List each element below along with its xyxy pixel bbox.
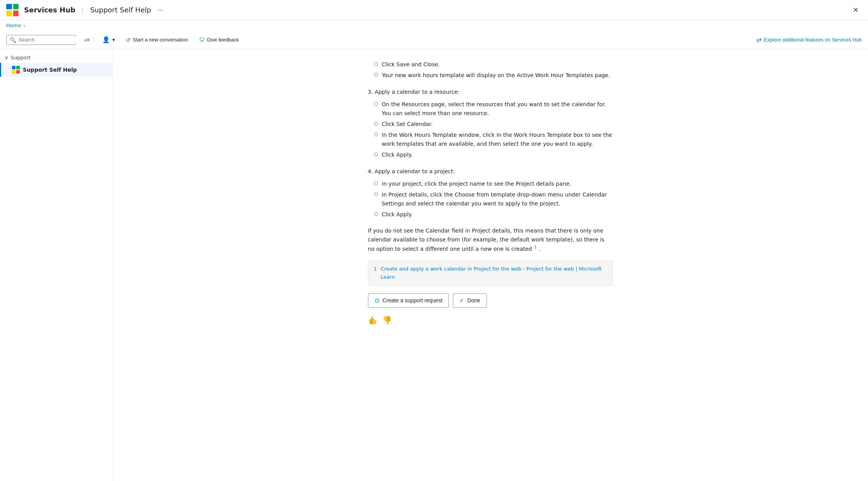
breadcrumb: Home › — [0, 20, 868, 31]
sidebar-section-support[interactable]: ∨ Support — [0, 52, 112, 63]
app-icon — [6, 4, 19, 16]
info-paragraph: If you do not see the Calendar field in … — [368, 226, 613, 253]
reference-number: 1 — [374, 265, 377, 273]
feedback-icon: 🗨 — [199, 37, 205, 43]
content-inner: Click Save and Close. Your new work hour… — [359, 49, 622, 340]
sidebar-section-label: Support — [11, 55, 31, 60]
inline-ref: 1 — [533, 245, 538, 250]
reference-link[interactable]: Create and apply a work calendar in Proj… — [381, 265, 607, 281]
explore-label: Explore additional features on Services … — [764, 37, 862, 43]
section-4-heading: 4. Apply a calendar to a project: — [368, 167, 613, 176]
action-buttons: ⊙ Create a support request ✓ Done — [368, 293, 613, 308]
done-icon: ✓ — [459, 297, 464, 303]
more-options-button[interactable]: ··· — [156, 4, 165, 16]
section-4-bullet-3: Click Apply. — [374, 210, 613, 219]
section-3-bullet-2: Click Set Calendar. — [374, 120, 613, 128]
title-bar: Services Hub | Support Self Help ··· ✕ — [0, 0, 868, 20]
info-paragraph-text: If you do not see the Calendar field in … — [368, 228, 605, 252]
section-3-bullet-4: Click Apply. — [374, 150, 613, 159]
user-button[interactable]: 👤 ▾ — [100, 34, 117, 45]
give-feedback-button[interactable]: 🗨 Give feedback — [197, 35, 241, 45]
done-label: Done — [467, 297, 480, 303]
breadcrumb-chevron: › — [23, 22, 25, 28]
new-conversation-button[interactable]: ↺ Start a new conversation — [124, 35, 191, 45]
collapse-icon[interactable]: « — [84, 37, 87, 43]
thumbs-down-button[interactable]: 👎 — [382, 315, 392, 325]
create-support-label: Create a support request — [383, 297, 443, 303]
info-paragraph-dot: . — [539, 246, 540, 252]
new-conversation-icon: ↺ — [126, 37, 131, 43]
sidebar-chevron: ∨ — [5, 55, 9, 60]
new-conversation-label: Start a new conversation — [133, 37, 188, 43]
main-layout: ∨ Support Support Self Help Click Save a… — [0, 49, 868, 481]
close-button[interactable]: ✕ — [850, 4, 862, 16]
reference-box: 1 Create and apply a work calendar in Pr… — [368, 261, 613, 286]
toolbar-divider — [93, 36, 94, 44]
breadcrumb-home[interactable]: Home — [6, 22, 21, 28]
search-box[interactable]: 🔍 ✕ — [6, 35, 76, 45]
section-3-heading: 3. Apply a calendar to a resource: — [368, 88, 613, 96]
content-area: Click Save and Close. Your new work hour… — [112, 49, 868, 481]
app-subtitle: Support Self Help — [90, 6, 151, 14]
feedback-icons: 👍 👎 — [368, 315, 613, 325]
title-separator: | — [82, 6, 84, 14]
sidebar-item-icon — [12, 66, 20, 74]
section-4-bullet-1: In your project, click the project name … — [374, 179, 613, 188]
give-feedback-label: Give feedback — [207, 37, 239, 43]
done-button[interactable]: ✓ Done — [453, 293, 486, 308]
app-logo: Services Hub | Support Self Help — [6, 4, 151, 16]
bullet-template-display: Your new work hours template will displa… — [374, 71, 613, 79]
initial-bullet-list: Click Save and Close. Your new work hour… — [368, 60, 613, 80]
search-icon: 🔍 — [10, 37, 16, 43]
section-4-bullets: In your project, click the project name … — [368, 179, 613, 219]
explore-icon: ⇄ — [756, 36, 761, 43]
content-text: Click Save and Close. Your new work hour… — [368, 60, 613, 325]
section-3-bullet-3: In the Work Hours Template window, click… — [374, 131, 613, 148]
create-support-icon: ⊙ — [375, 297, 380, 304]
sidebar: ∨ Support Support Self Help — [0, 49, 112, 481]
section-4-bullet-2: In Project details, click the Choose fro… — [374, 190, 613, 208]
dropdown-icon: ▾ — [112, 37, 115, 43]
thumbs-up-button[interactable]: 👍 — [368, 315, 378, 325]
create-support-request-button[interactable]: ⊙ Create a support request — [368, 293, 449, 308]
sidebar-item-label: Support Self Help — [23, 67, 77, 73]
user-icon: 👤 — [102, 36, 110, 43]
toolbar: 🔍 ✕ « 👤 ▾ ↺ Start a new conversation 🗨 G… — [0, 31, 868, 49]
search-input[interactable] — [19, 37, 84, 43]
section-3-bullet-1: On the Resources page, select the resour… — [374, 100, 613, 117]
section-3-bullets: On the Resources page, select the resour… — [368, 100, 613, 159]
sidebar-item-support-self-help[interactable]: Support Self Help — [0, 63, 112, 77]
explore-button[interactable]: ⇄ Explore additional features on Service… — [756, 36, 862, 43]
bullet-save-close: Click Save and Close. — [374, 60, 613, 69]
app-name: Services Hub — [24, 6, 76, 14]
